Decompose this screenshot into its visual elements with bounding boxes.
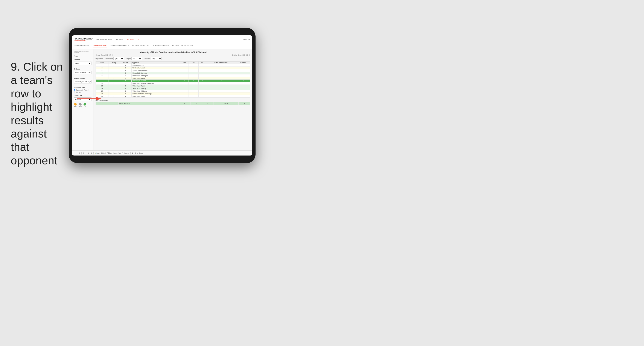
table-row[interactable]: 11-6University of Arkansas, Fayetteville bbox=[96, 82, 250, 85]
team-name-cell[interactable]: University of Arizona bbox=[132, 77, 180, 80]
up-label: Up bbox=[84, 106, 86, 107]
table-row[interactable]: 12-3University of Virginia bbox=[96, 85, 250, 87]
team-name-cell[interactable]: University of Virginia bbox=[132, 85, 180, 87]
radio-top-100[interactable]: Top 100 bbox=[74, 91, 92, 93]
ood-loss: 0 bbox=[190, 102, 202, 105]
data-cell: 3 bbox=[120, 77, 132, 80]
watch-btn[interactable]: 👁 Watch ▾ bbox=[122, 152, 129, 154]
division-select[interactable]: NCAA Division I bbox=[74, 71, 92, 74]
screen-btn[interactable]: 🖥 bbox=[132, 152, 133, 154]
colour-legend: Down Level Up bbox=[74, 103, 92, 107]
team-name-cell[interactable]: University of Arkansas, Fayetteville bbox=[132, 82, 180, 85]
tab-team-h2h-grid[interactable]: TEAM H2H GRID bbox=[93, 45, 107, 47]
data-cell: 1 bbox=[120, 95, 132, 98]
data-cell bbox=[206, 95, 236, 98]
out-of-division-table: NCAA Division II 1 0 0 26.00 3 bbox=[96, 102, 250, 105]
data-cell bbox=[236, 87, 250, 90]
data-cell: 2 bbox=[120, 72, 132, 74]
ood-rounds: 3 bbox=[238, 102, 250, 105]
tab-player-h2h-heatmap[interactable]: PLAYER H2H HEATMAP bbox=[172, 45, 192, 47]
team-name-cell[interactable]: University of Alabama bbox=[132, 80, 180, 82]
data-cell: 3 bbox=[96, 67, 108, 69]
gender-select[interactable]: Men's bbox=[74, 61, 92, 65]
data-cell: 2 bbox=[120, 90, 132, 92]
data-cell bbox=[206, 82, 236, 85]
table-row[interactable]: 4-1Arizona State University bbox=[96, 69, 250, 72]
data-cell bbox=[180, 90, 188, 92]
grid-btn[interactable]: ⊞ bbox=[135, 152, 136, 154]
redo-btn[interactable]: ↪ bbox=[76, 152, 78, 154]
data-cell bbox=[236, 69, 250, 72]
table-row[interactable]: 15-4Georgia Institute of Technology bbox=[96, 92, 250, 95]
grid-title: University of North Carolina Head-to-Hea… bbox=[96, 51, 250, 54]
undo-btn[interactable]: ↩ bbox=[74, 152, 75, 154]
data-cell bbox=[236, 74, 250, 77]
data-cell bbox=[236, 85, 250, 87]
export-btn[interactable]: ⊡ bbox=[83, 152, 84, 154]
data-cell bbox=[180, 74, 188, 77]
nav-tournaments[interactable]: TOURNAMENTS bbox=[96, 38, 112, 40]
table-row[interactable]: 6-2Florida State University bbox=[96, 72, 250, 74]
team-name-cell[interactable]: Auburn University bbox=[132, 64, 180, 67]
ood-diff: 26.00 bbox=[213, 102, 238, 105]
tab-player-summary[interactable]: PLAYER SUMMARY bbox=[132, 45, 149, 47]
table-row[interactable]: --5University of Alabama3002.618 bbox=[96, 80, 250, 82]
school-select[interactable]: University of Nort... bbox=[74, 80, 92, 83]
tab-team-summary[interactable]: TEAM SUMMARY bbox=[74, 45, 89, 47]
data-cell: - bbox=[108, 74, 120, 77]
tab-player-h2h-grid[interactable]: PLAYER H2H GRID bbox=[153, 45, 169, 47]
ood-tie: 0 bbox=[202, 102, 214, 105]
data-cell bbox=[180, 77, 188, 80]
region-select[interactable]: (All) bbox=[132, 57, 142, 60]
view-original-btn[interactable]: 📊 View: Original bbox=[95, 152, 106, 154]
opponent-select[interactable]: (All) bbox=[151, 57, 162, 60]
conference-select[interactable]: (All) bbox=[114, 57, 124, 60]
table-row[interactable]: 2-1Auburn University bbox=[96, 64, 250, 67]
team-name-cell[interactable]: Florida State University bbox=[132, 72, 180, 74]
data-cell bbox=[189, 64, 199, 67]
table-row[interactable]: 3-2Vanderbilt University bbox=[96, 67, 250, 69]
radio-opponents-played[interactable]: Opponents Played bbox=[74, 89, 92, 91]
team-name-cell[interactable]: University of Oklahoma bbox=[132, 90, 180, 92]
nav-committee[interactable]: COMMITTEE bbox=[127, 38, 140, 40]
data-cell bbox=[189, 85, 199, 87]
ood-name[interactable]: NCAA Division II bbox=[118, 102, 179, 105]
team-name-cell[interactable]: Arizona State University bbox=[132, 69, 180, 72]
team-name-cell[interactable]: University of Washington bbox=[132, 74, 180, 77]
conference-filter: Conference (All) bbox=[105, 57, 124, 60]
footer-sep2 bbox=[94, 152, 94, 154]
table-row[interactable]: 16-1University of Florida bbox=[96, 95, 250, 98]
reset-btn[interactable]: ⟲ bbox=[79, 152, 80, 154]
data-cell bbox=[236, 90, 250, 92]
data-cell: 1 bbox=[120, 87, 132, 90]
save-custom-btn[interactable]: 💾 Save Custom View bbox=[107, 152, 121, 154]
up-dot bbox=[84, 103, 86, 105]
table-row[interactable]: 14-2University of Oklahoma bbox=[96, 90, 250, 92]
timestamp: Last Updated: 27/03/2024 16:55:38 bbox=[74, 51, 92, 53]
table-row[interactable]: --3University of Arizona bbox=[96, 77, 250, 80]
team-name-cell[interactable]: Texas Tech University bbox=[132, 87, 180, 90]
add-btn[interactable]: ⊕ bbox=[88, 152, 89, 154]
region-label: Region bbox=[126, 58, 130, 59]
data-cell: 8 bbox=[96, 74, 108, 77]
nav-teams[interactable]: TEAMS bbox=[116, 38, 123, 40]
col-rank: # Rank bbox=[96, 61, 108, 64]
table-row[interactable]: 13-1Texas Tech University bbox=[96, 87, 250, 90]
data-cell bbox=[180, 69, 188, 72]
sign-out-link[interactable]: | Sign out bbox=[242, 38, 250, 40]
data-cell bbox=[199, 85, 206, 87]
share-btn[interactable]: ⤢ Share bbox=[137, 152, 142, 154]
ood-conf bbox=[111, 102, 118, 105]
tab-team-h2h-heatmap[interactable]: TEAM H2H HEATMAP bbox=[110, 45, 129, 47]
division-record: Division Record: 88 - 17 - 0 bbox=[232, 54, 250, 56]
data-cell: - bbox=[108, 64, 120, 67]
data-cell: 5 bbox=[120, 80, 132, 82]
team-name-cell[interactable]: Vanderbilt University bbox=[132, 67, 180, 69]
table-row[interactable]: 8-2University of Washington bbox=[96, 74, 250, 77]
team-name-cell[interactable]: University of Florida bbox=[132, 95, 180, 98]
nav-items: TOURNAMENTS TEAMS COMMITTEE bbox=[96, 38, 242, 40]
timer-btn[interactable]: ⏱ bbox=[90, 152, 92, 154]
level-label: Level bbox=[78, 106, 82, 107]
team-name-cell[interactable]: Georgia Institute of Technology bbox=[132, 92, 180, 95]
download-btn[interactable]: ↙ bbox=[86, 152, 87, 154]
